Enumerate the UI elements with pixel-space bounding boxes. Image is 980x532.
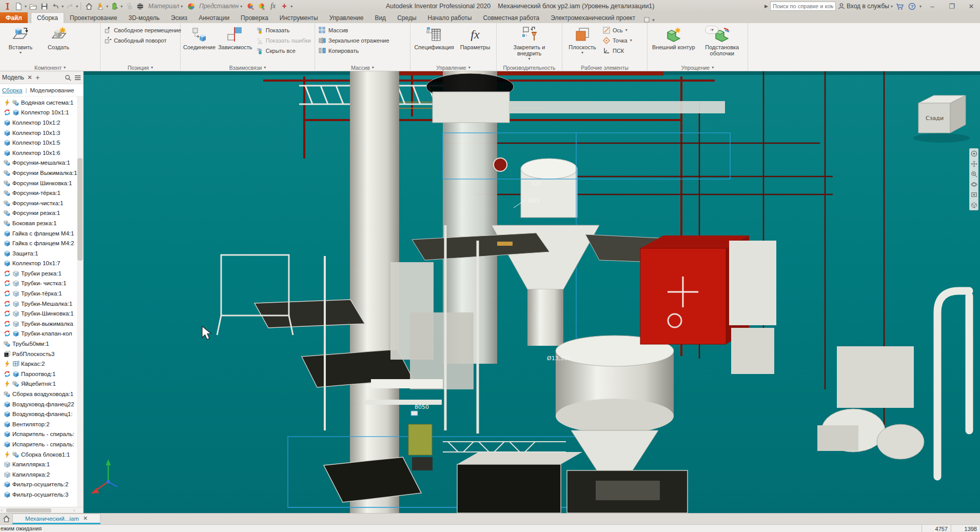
ribbon-tab-8[interactable]: Управление (324, 12, 369, 23)
insert-component-button[interactable]: Вставить ▾ (2, 25, 39, 55)
tree-item[interactable]: РабПлоскость3 (0, 349, 83, 359)
nav-pan-icon[interactable] (971, 161, 977, 167)
tree-item[interactable]: Воздуховод-фланец22 (0, 399, 83, 409)
tree-item[interactable]: Сборка воздуховода:1 (0, 389, 83, 399)
ribbon-tab-13[interactable]: Электромеханический проект (545, 12, 641, 23)
document-tab-active[interactable]: Механический...iam ✕ (12, 514, 101, 524)
tree-item[interactable]: Гайка с фланцем М4:1 (0, 228, 83, 239)
restore-button[interactable]: ❐ (943, 1, 961, 12)
panel-position-label[interactable]: Позиция▾ (101, 64, 180, 71)
measure-button[interactable] (124, 1, 134, 11)
bom-button[interactable]: Спецификация (413, 25, 456, 50)
search-expand-arrow[interactable]: ▶ (765, 4, 768, 9)
tree-item[interactable]: Трубки-клапан-кол (0, 329, 83, 339)
panel-component-label[interactable]: Компонент▾ (0, 64, 100, 71)
tree-item[interactable]: Фильтр-осушитель:3 (0, 489, 83, 500)
tree-item[interactable]: Пароотвод:1 (0, 369, 83, 379)
ribbon-tab-10[interactable]: Среды (391, 12, 422, 23)
joint-button[interactable]: Соединение (183, 25, 216, 50)
tree-item[interactable]: Воздуховод-фланец1: (0, 409, 83, 419)
pattern-button[interactable]: Массив (317, 26, 391, 34)
update-dropdown[interactable]: ▾ (121, 4, 123, 9)
appearance-clear-icon[interactable]: × (257, 1, 267, 11)
ribbon-options-button[interactable]: ◦▾ (705, 26, 718, 34)
save-button[interactable] (39, 1, 49, 11)
tree-item[interactable]: Форсунки-чистка:1 (0, 198, 83, 208)
tree-item[interactable]: Трубы50мм:1 (0, 339, 83, 349)
parameters-button[interactable]: fx Параметры (457, 25, 494, 50)
browser-close-icon[interactable]: ✕ (27, 74, 32, 81)
ucs-button[interactable]: ПСК (601, 47, 634, 54)
nav-cube-icon[interactable] (971, 202, 977, 208)
tree-item[interactable]: Коллектор 10х1:5 (0, 137, 83, 148)
tree-item[interactable]: Форсунки резка:1 (0, 208, 83, 219)
panel-simplification-label[interactable]: Упрощение▾ (648, 64, 748, 71)
tree-item[interactable]: Трубки-Шинковка:1 (0, 308, 83, 319)
iproperties-dropdown[interactable]: ▾ (106, 4, 108, 9)
undo-dropdown[interactable]: ▾ (62, 4, 64, 9)
ribbon-tab-7[interactable]: Инструменты (274, 12, 324, 23)
update-button[interactable] (109, 1, 120, 11)
ribbon-tab-9[interactable]: Вид (369, 12, 391, 23)
pin-embed-button[interactable]: Закрепить и внедрить ▾ (504, 25, 555, 61)
work-plane-button[interactable]: Плоскость ▾ (564, 25, 600, 55)
tree-scrollbar-thumb[interactable] (77, 158, 83, 261)
free-move-button[interactable]: Свободное перемещение (103, 26, 183, 34)
redo-dropdown[interactable]: ▾ (76, 4, 78, 9)
show-relationships-button[interactable]: Показать (254, 26, 312, 34)
representation-dropdown[interactable]: Представлен▾ (197, 1, 244, 11)
tree-item[interactable]: Коллектор 10х1:1 (0, 108, 83, 118)
appearance-wheel-icon[interactable] (186, 1, 196, 11)
appearance-add-icon[interactable]: + (245, 1, 256, 11)
show-errors-button[interactable]: Показать ошибки (254, 36, 312, 44)
undo-button[interactable] (50, 1, 61, 11)
tree-item[interactable]: Боковая резка:1 (0, 218, 83, 228)
iproperties-button[interactable] (95, 1, 105, 11)
browser-hscrollbar[interactable]: ‹ › (0, 507, 83, 513)
tree-item[interactable]: Сборка блоков1:1 (0, 449, 83, 460)
tree-item[interactable]: Трубки- чистка:1 (0, 279, 83, 289)
tree-item[interactable]: Трубки-тёрка:1 (0, 288, 83, 299)
minimize-button[interactable]: – (924, 1, 941, 12)
render-sphere-icon[interactable] (135, 1, 145, 11)
browser-tab-assembly[interactable]: Сборка (2, 87, 22, 93)
hscroll-left-arrow[interactable]: ‹ (1, 508, 3, 513)
material-dropdown[interactable]: Материал▾ (146, 1, 185, 11)
hscroll-right-arrow[interactable]: › (73, 508, 75, 513)
nav-orbit-icon[interactable] (971, 181, 977, 188)
tree-item[interactable]: Форсунки Выжималка:1 (0, 168, 83, 178)
tree-item[interactable]: Коллектор 10х1:6 (0, 148, 83, 158)
mirror-button[interactable]: Зеркальное отражение (317, 36, 391, 44)
hide-all-button[interactable]: Скрыть все (254, 47, 312, 54)
tree-item[interactable]: Форсунки Шинковка:1 (0, 178, 83, 188)
ribbon-overflow-button[interactable]: ▾ (644, 17, 655, 23)
work-axis-button[interactable]: Ось▾ (601, 26, 634, 34)
tree-item[interactable]: Яйцебитня:1 (0, 379, 83, 389)
work-point-button[interactable]: Точка▾ (601, 36, 634, 44)
ribbon-tab-1[interactable]: Сборка (31, 12, 64, 23)
tree-item[interactable]: Защита:1 (0, 248, 83, 259)
ribbon-tab-2[interactable]: Проектирование (64, 12, 123, 23)
help-icon[interactable]: ? (907, 1, 917, 11)
tree-item[interactable]: Трубки-Мешалка:1 (0, 299, 83, 309)
help-dropdown[interactable]: ▾ (919, 4, 922, 9)
redo-button[interactable] (65, 1, 75, 11)
browser-search-icon[interactable] (65, 74, 71, 81)
tree-item[interactable]: Коллектор 10х1:7 (0, 259, 83, 269)
viewcube[interactable]: Сзади (913, 95, 970, 143)
ribbon-tab-4[interactable]: Эскиз (165, 12, 193, 23)
qat-customize-dropdown[interactable]: ▾ (290, 4, 292, 9)
app-store-cart-icon[interactable] (895, 1, 905, 11)
tree-item[interactable]: Капиллярка:2 (0, 469, 83, 480)
document-tab-close-icon[interactable]: ✕ (83, 515, 88, 522)
tree-item[interactable]: Форсунки-тёрка:1 (0, 188, 83, 198)
close-button[interactable]: ✕ (963, 1, 980, 12)
ribbon-tab-5[interactable]: Аннотации (193, 12, 235, 23)
tree-item[interactable]: Испаритель - спираль: (0, 429, 83, 440)
add-plus-icon[interactable]: + (279, 1, 289, 11)
sign-in-button[interactable]: Вход в службы▾ (838, 3, 893, 10)
fx-parameters-icon[interactable]: fx (268, 1, 278, 11)
tree-item[interactable]: Каркас:2 (0, 359, 83, 369)
panel-relationships-label[interactable]: Взаимосвязи▾ (181, 64, 315, 71)
tree-item[interactable]: Коллектор 10х1:3 (0, 128, 83, 138)
